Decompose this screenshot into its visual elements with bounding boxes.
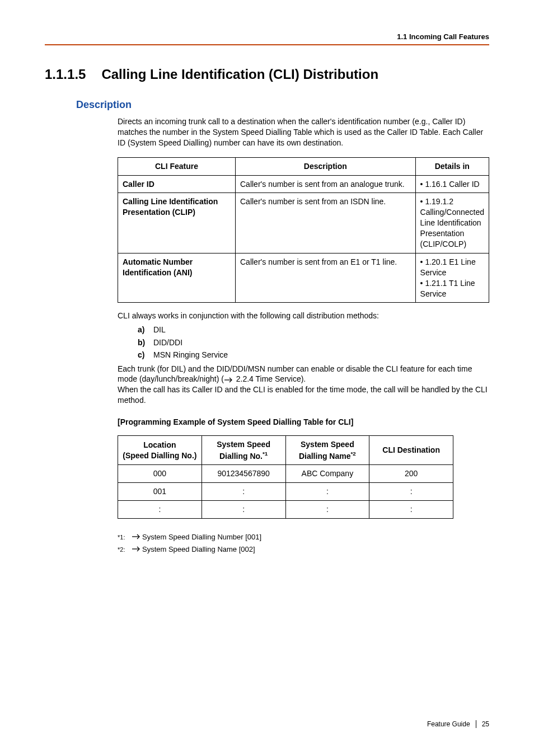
- cell-details: • 1.20.1 E1 Line Service • 1.21.1 T1 Lin…: [415, 253, 489, 303]
- table-row: Calling Line Identification Presentation…: [118, 193, 489, 253]
- table-row: Caller ID Caller's number is sent from a…: [118, 175, 489, 193]
- footnote-text: System Speed Dialling Name [002]: [142, 543, 255, 556]
- footnote: *1: System Speed Dialling Number [001]: [118, 531, 489, 543]
- cell-details: • 1.16.1 Caller ID: [415, 175, 489, 193]
- th-line2: Dialling Name: [299, 452, 351, 461]
- list-item: a) DIL: [138, 323, 489, 336]
- page-footer: Feature Guide 25: [427, 720, 489, 728]
- cell-details: • 1.19.1.2 Calling/Connected Line Identi…: [415, 193, 489, 253]
- distribution-list: a) DIL b) DID/DDI c) MSN Ringing Service: [138, 323, 489, 361]
- cell-feature: Automatic Number Identification (ANI): [118, 253, 236, 303]
- cell: :: [118, 501, 202, 519]
- arrow-right-icon: [131, 543, 142, 556]
- cell: :: [285, 501, 369, 519]
- footnote: *2: System Speed Dialling Name [002]: [118, 543, 489, 556]
- footnote-mark: *2:: [118, 544, 131, 555]
- footnote-mark: *1:: [118, 532, 131, 543]
- after-table-lead: CLI always works in conjunction with the…: [118, 311, 489, 321]
- speed-th-destination: CLI Destination: [369, 435, 453, 464]
- para1b: 2.2.4 Time Service).: [234, 374, 306, 383]
- programming-example-heading: [Programming Example of System Speed Dia…: [118, 417, 489, 428]
- th-line1: System Speed: [301, 440, 354, 449]
- footnote-text: System Speed Dialling Number [001]: [142, 531, 261, 543]
- list-letter: b): [138, 336, 153, 349]
- th-line1: System Speed: [217, 440, 270, 449]
- speed-dialling-table: Location (Speed Dialling No.) System Spe…: [118, 435, 453, 519]
- list-letter: c): [138, 349, 153, 361]
- cell-desc: Caller's number is sent from an E1 or T1…: [236, 253, 416, 303]
- header-breadcrumb: 1.1 Incoming Call Features: [45, 32, 489, 41]
- th-line1: Location: [143, 440, 176, 449]
- list-text: DID/DDI: [153, 336, 182, 349]
- cell: :: [202, 501, 285, 519]
- cell: ABC Company: [285, 465, 369, 483]
- header-rule: [45, 44, 489, 45]
- speed-th-location: Location (Speed Dialling No.): [118, 435, 202, 464]
- speed-th-number: System Speed Dialling No.*1: [202, 435, 285, 464]
- th-line1: CLI Destination: [382, 445, 440, 454]
- list-item: b) DID/DDI: [138, 336, 489, 349]
- table-row: Automatic Number Identification (ANI) Ca…: [118, 253, 489, 303]
- footer-separator: [476, 720, 476, 728]
- th-sup: *1: [263, 450, 268, 457]
- cell: :: [369, 501, 453, 519]
- footer-label: Feature Guide: [427, 720, 470, 728]
- speed-th-name: System Speed Dialling Name*2: [285, 435, 369, 464]
- list-text: MSN Ringing Service: [153, 349, 228, 361]
- section-title: Calling Line Identification (CLI) Distri…: [101, 67, 378, 82]
- after-list-para1: Each trunk (for DIL) and the DID/DDI/MSN…: [118, 364, 489, 385]
- table-row: 000 901234567890 ABC Company 200: [118, 465, 453, 483]
- cli-th-description: Description: [236, 157, 416, 175]
- th-line2: Dialling No.: [219, 452, 263, 461]
- description-heading: Description: [76, 99, 489, 111]
- after-list-para2: When the call has its Caller ID and the …: [118, 384, 489, 406]
- intro-paragraph: Directs an incoming trunk call to a dest…: [118, 116, 489, 148]
- cli-th-details: Details in: [415, 157, 489, 175]
- cell-desc: Caller's number is sent from an analogue…: [236, 175, 416, 193]
- cell: 901234567890: [202, 465, 285, 483]
- cell: 200: [369, 465, 453, 483]
- list-letter: a): [138, 323, 153, 336]
- cli-th-feature: CLI Feature: [118, 157, 236, 175]
- footer-page-number: 25: [482, 720, 489, 728]
- cell: :: [285, 483, 369, 501]
- table-row: 001 : : :: [118, 483, 453, 501]
- cli-feature-table: CLI Feature Description Details in Calle…: [118, 157, 489, 303]
- cell: :: [202, 483, 285, 501]
- cell: 000: [118, 465, 202, 483]
- section-number: 1.1.1.5: [45, 67, 86, 82]
- table-row: : : : :: [118, 501, 453, 519]
- cell-feature: Calling Line Identification Presentation…: [118, 193, 236, 253]
- th-line2: (Speed Dialling No.): [123, 451, 196, 460]
- th-sup: *2: [351, 450, 356, 457]
- footnotes: *1: System Speed Dialling Number [001] *…: [118, 531, 489, 556]
- cell-feature: Caller ID: [118, 175, 236, 193]
- cell: :: [369, 483, 453, 501]
- cell-desc: Caller's number is sent from an ISDN lin…: [236, 193, 416, 253]
- arrow-right-icon: [224, 377, 234, 383]
- arrow-right-icon: [131, 531, 142, 543]
- list-item: c) MSN Ringing Service: [138, 349, 489, 361]
- list-text: DIL: [153, 323, 166, 336]
- cell: 001: [118, 483, 202, 501]
